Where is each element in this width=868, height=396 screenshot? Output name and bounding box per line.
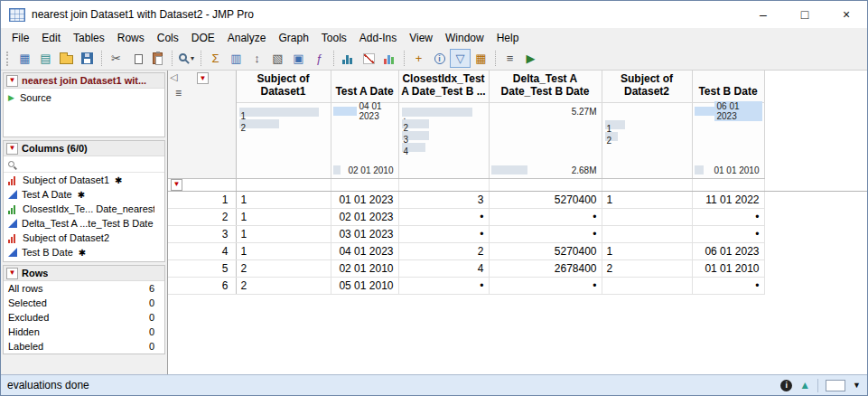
sort-button[interactable]: ↕ <box>247 49 267 68</box>
cell-delta[interactable]: • <box>489 225 602 242</box>
cell-subject-dataset1[interactable]: 1 <box>236 208 331 225</box>
cell-test-b-date[interactable]: 01 01 2010 <box>692 259 764 277</box>
stat-all-rows[interactable]: All rows6 <box>4 281 164 296</box>
row-number[interactable]: 5 <box>168 259 236 277</box>
stat-selected[interactable]: Selected0 <box>4 296 164 310</box>
run-script-button[interactable]: ▶ <box>520 49 541 68</box>
subset-button[interactable]: ▥ <box>226 49 247 68</box>
minimize-button[interactable]: – <box>742 1 784 28</box>
cell-subject-dataset1[interactable]: 1 <box>236 242 331 259</box>
cell-test-a-date[interactable]: 02 01 2010 <box>331 259 398 277</box>
cell-test-a-date[interactable]: 04 01 2023 <box>331 242 398 259</box>
highlight-bar[interactable] <box>333 107 357 116</box>
info-icon[interactable]: i <box>780 380 792 391</box>
column-item-test-b-date[interactable]: Test B Date ✱ <box>4 245 164 259</box>
cell-test-a-date[interactable]: 01 01 2023 <box>331 191 398 208</box>
histogram-bar[interactable] <box>695 165 704 174</box>
histogram-bar[interactable] <box>402 108 472 117</box>
menu-cols[interactable]: Cols <box>151 30 185 46</box>
columns-search-input[interactable] <box>18 158 160 170</box>
distribution-button[interactable] <box>338 49 359 68</box>
cell-subject-dataset1[interactable]: 2 <box>236 277 331 294</box>
cell-test-b-date[interactable]: • <box>692 208 764 225</box>
column-header-test-b-date[interactable]: Test B Date <box>692 71 764 102</box>
formula-button[interactable]: ƒ <box>309 49 330 68</box>
column-header-closestidx[interactable]: ClosestIdx_Test A Date_Test B ... <box>398 71 489 102</box>
cell-test-b-date[interactable]: • <box>692 225 764 242</box>
header-graph-test-b-date[interactable]: 06 01 2023 01 01 2010 <box>692 102 764 178</box>
graph-builder-button[interactable] <box>379 49 400 68</box>
cell-subject-dataset1[interactable]: 1 <box>236 191 331 208</box>
header-graph-test-a-date[interactable]: 04 01 2023 02 01 2010 <box>331 102 398 178</box>
menu-edit[interactable]: Edit <box>35 30 67 46</box>
tabulate-button[interactable]: ▦ <box>471 49 491 68</box>
cell-subject-dataset1[interactable]: 1 <box>236 225 331 242</box>
menu-file[interactable]: File <box>5 30 35 46</box>
join-button[interactable]: ▣ <box>288 49 309 68</box>
summary-button[interactable]: Σ <box>205 49 226 68</box>
cell-subject-dataset2[interactable]: 1 <box>602 242 692 259</box>
table-menu-button[interactable]: ▼ <box>197 72 209 84</box>
header-graph-delta[interactable]: 5.27M 2.68M <box>489 102 602 178</box>
menu-tools[interactable]: Tools <box>315 30 353 46</box>
row-number[interactable]: 2 <box>168 208 236 225</box>
row-number[interactable]: 3 <box>168 225 236 242</box>
search-dropdown-caret-icon[interactable]: ▾ <box>191 54 194 62</box>
copy-button[interactable] <box>126 49 147 68</box>
cell-closestidx[interactable]: • <box>398 208 489 225</box>
cut-button[interactable]: ✂ <box>106 49 126 68</box>
cell-test-b-date[interactable]: 06 01 2023 <box>692 242 764 259</box>
cell-test-b-date[interactable]: • <box>692 277 764 294</box>
status-indicator-box[interactable] <box>826 380 845 391</box>
cell-subject-dataset1[interactable]: 2 <box>236 259 331 277</box>
paste-button[interactable] <box>147 49 168 68</box>
row-number[interactable]: 1 <box>168 191 236 208</box>
histogram-bar[interactable] <box>491 165 527 174</box>
cell-delta[interactable]: • <box>489 208 602 225</box>
cell-delta[interactable]: 5270400 <box>489 242 602 259</box>
menu-view[interactable]: View <box>403 30 439 46</box>
cell-closestidx[interactable]: 3 <box>398 191 489 208</box>
cell-test-a-date[interactable]: 05 01 2010 <box>331 277 398 294</box>
cell-delta[interactable]: • <box>489 277 602 294</box>
source-script-item[interactable]: ▶ Source <box>4 89 164 107</box>
column-item-test-a-date[interactable]: Test A Date ✱ <box>4 187 164 202</box>
column-header-test-a-date[interactable]: Test A Date <box>331 71 398 102</box>
column-item-delta[interactable]: Delta_Test A ...te_Test B Date <box>4 216 164 231</box>
column-header-delta[interactable]: Delta_Test A Date_Test B Date <box>489 71 602 102</box>
header-graph-closestidx[interactable]: . 2 3 4 <box>398 102 489 178</box>
close-button[interactable]: × <box>826 1 867 28</box>
stat-labeled[interactable]: Labeled0 <box>4 339 164 354</box>
column-header-subject-dataset2[interactable]: Subject of Dataset2 <box>602 71 692 102</box>
cell-subject-dataset2[interactable] <box>602 277 692 294</box>
save-button[interactable] <box>77 49 98 68</box>
search-button[interactable]: ▾ <box>176 49 197 68</box>
menu-analyze[interactable]: Analyze <box>221 30 273 46</box>
data-filter-button[interactable]: ▽ <box>450 49 471 68</box>
histogram-bar[interactable] <box>239 108 319 117</box>
highlight-bar[interactable] <box>695 107 714 116</box>
fit-y-by-x-button[interactable] <box>359 49 379 68</box>
cell-delta[interactable]: 2678400 <box>489 259 602 277</box>
columns-red-triangle-button[interactable]: ▼ <box>6 143 18 155</box>
histogram-bar[interactable] <box>333 165 341 174</box>
cell-closestidx[interactable]: • <box>398 225 489 242</box>
cell-delta[interactable]: 5270400 <box>489 191 602 208</box>
collapse-panels-button[interactable]: ◁ <box>170 71 177 83</box>
column-item-subject-dataset1[interactable]: Subject of Dataset1 ✱ <box>4 173 164 187</box>
column-item-subject-dataset2[interactable]: Subject of Dataset2 <box>4 231 164 245</box>
script-button[interactable]: ≡ <box>499 49 520 68</box>
cell-test-b-date[interactable]: 11 01 2022 <box>692 191 764 208</box>
column-item-closestidx[interactable]: ClosestIdx_Te... Date_nearest <box>4 202 164 216</box>
cell-subject-dataset2[interactable] <box>602 208 692 225</box>
cell-closestidx[interactable]: 2 <box>398 242 489 259</box>
cell-closestidx[interactable]: 4 <box>398 259 489 277</box>
menu-tables[interactable]: Tables <box>67 30 111 46</box>
column-header-subject-dataset1[interactable]: Subject of Dataset1 <box>236 71 331 102</box>
cell-test-a-date[interactable]: 03 01 2023 <box>331 225 398 242</box>
cell-subject-dataset2[interactable]: 1 <box>602 191 692 208</box>
cell-test-a-date[interactable]: 02 01 2023 <box>331 208 398 225</box>
stat-hidden[interactable]: Hidden0 <box>4 325 164 339</box>
transpose-button[interactable]: ▧ <box>267 49 288 68</box>
menu-window[interactable]: Window <box>439 30 490 46</box>
